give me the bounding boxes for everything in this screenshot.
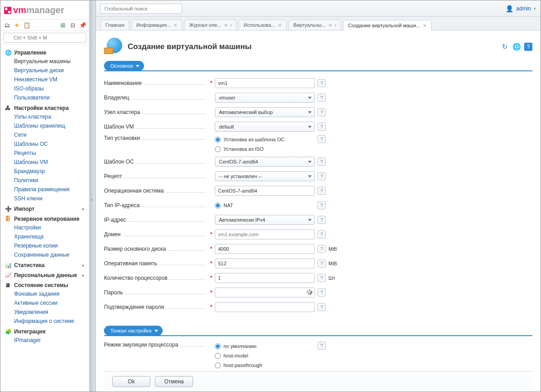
nav-placement[interactable]: Правила размещения [0,185,89,194]
help-icon[interactable]: ? [318,123,326,131]
nav-saved-data[interactable]: Сохраненные данные [0,250,89,259]
select-os-template[interactable]: CentOS-7-amd64 [215,157,315,167]
remove-icon[interactable]: ⊟ [69,21,76,29]
tab-log[interactable]: Журнал опе...✕› [184,20,237,30]
help-icon[interactable]: ? [318,135,326,143]
select-vm-template[interactable]: default [215,122,315,132]
input-password-confirm[interactable] [215,302,315,312]
radio-emu-default[interactable]: по умолчанию [215,342,315,351]
section-system[interactable]: 🖥Состояние системы [0,279,89,289]
section-main-tab[interactable]: Основное [104,61,144,71]
ok-button[interactable]: Ok [112,376,150,387]
help-icon[interactable]: ? [318,201,326,209]
clipboard-icon[interactable]: 📋 [23,21,30,29]
input-ram[interactable] [215,258,315,268]
nav-os-tmpl[interactable]: Шаблоны ОС [0,139,89,149]
radio-ip-nat[interactable]: NAT [215,201,315,210]
tab-usage[interactable]: Использова...✕ [238,20,286,30]
nav-backups[interactable]: Резервные копии [0,241,89,250]
nav-backup-storages[interactable]: Хранилища [0,232,89,241]
nav-vm[interactable]: Виртуальные машины [0,57,89,66]
close-icon[interactable]: ✕ [224,23,228,28]
globe-action-icon[interactable]: 🌐 [512,43,521,51]
tab-home[interactable]: Главная [100,20,129,30]
help-icon[interactable]: ? [318,79,326,87]
sidebar-collapse-handle[interactable] [89,0,96,392]
nav-networks[interactable]: Сети [0,130,89,139]
input-os[interactable] [215,186,315,196]
help-icon[interactable]: ? [318,288,326,297]
input-domain[interactable] [215,229,315,239]
help-icon[interactable]: ? [524,43,532,51]
sidebar-search-input[interactable] [3,33,86,43]
nav-backup-settings[interactable]: Настройки [0,223,89,232]
add-icon[interactable]: ⊞ [59,21,66,29]
nav-ssh[interactable]: SSH ключи [0,194,89,203]
nav-bg-jobs[interactable]: Фоновые задания [0,289,89,298]
section-integration[interactable]: 🧩Интеграция [0,326,89,336]
select-ip-addr[interactable]: Автоматически IPv4 [215,215,315,225]
help-icon[interactable]: ? [318,342,326,350]
help-icon[interactable]: ? [318,108,326,116]
close-icon[interactable]: ✕ [328,23,332,28]
section-management[interactable]: 🌐Управление [0,47,89,57]
global-search-input[interactable] [100,4,182,14]
tab-vms[interactable]: Виртуальны...✕› [288,20,342,30]
nav-sysinfo[interactable]: Информация о системе [0,317,89,326]
nav-iso[interactable]: ISO-образы [0,84,89,93]
help-icon[interactable]: ? [318,94,326,102]
help-icon[interactable]: ? [318,274,326,282]
select-owner[interactable]: vmuser [215,93,315,103]
help-icon[interactable]: ? [318,172,326,180]
help-icon[interactable]: ? [318,303,326,311]
select-node[interactable]: Автоматический выбор [215,107,315,117]
radio-install-iso[interactable]: Установка из ISO [215,144,315,154]
nav-firewall[interactable]: Брандмаузр [0,167,89,176]
section-cluster[interactable]: 🖧Настройки кластера [0,102,89,112]
nav-policies[interactable]: Политики [0,176,89,185]
nav-cluster-nodes[interactable]: Узлы кластера [0,112,89,121]
section-stats[interactable]: 📊Статистика▸ [0,259,89,269]
close-icon[interactable]: ✕ [278,23,282,28]
select-recipe[interactable]: -- не установлен -- [215,171,315,181]
section-backup[interactable]: 🗄Резервное копирование [0,213,89,223]
nav-unknown-vm[interactable]: Неизвестные VM [0,75,89,84]
close-icon[interactable]: ✕ [174,23,177,28]
nav-storage-tmpl[interactable]: Шаблоны хранилищ [0,121,89,130]
help-icon[interactable]: ? [318,245,326,253]
nav-recipes[interactable]: Рецепты [0,149,89,158]
help-icon[interactable]: ? [318,259,326,268]
input-disk[interactable] [215,244,315,254]
refresh-icon[interactable]: ↻ [501,43,509,51]
label-node: Узел кластера [104,109,140,115]
dice-icon[interactable]: 🎲 [306,289,313,295]
help-icon[interactable]: ? [318,158,326,166]
radio-install-template[interactable]: Установка из шаблона ОС [215,135,315,144]
section-import[interactable]: ➕Импорт▸ [0,203,89,213]
backup-icon: 🗄 [5,216,11,222]
input-password[interactable] [215,288,315,298]
nav-sessions[interactable]: Активные сессии [0,298,89,308]
tab-info[interactable]: Информация...✕ [131,20,183,30]
help-icon[interactable]: ? [318,230,326,238]
tree-icon[interactable]: 🗂 [3,21,10,29]
section-fine-tab[interactable]: Тонкая настройка [104,326,163,336]
radio-emu-model[interactable]: host-model [215,351,315,360]
nav-vdisks[interactable]: Виртуальные диски [0,66,89,75]
cancel-button[interactable]: Отмена [155,376,193,387]
help-icon[interactable]: ? [318,216,326,224]
close-icon[interactable]: ✕ [423,23,427,28]
input-cpu[interactable] [215,273,315,283]
user-menu[interactable]: 👤 admin ▾ [506,5,536,12]
help-icon[interactable]: ? [318,187,326,195]
tab-create-vm[interactable]: Создание виртуальной маши...✕ [343,20,432,30]
favorite-icon[interactable]: ★ [13,21,20,29]
section-personal[interactable]: 📈Персональные данные▸ [0,269,89,279]
input-name[interactable] [215,78,315,88]
nav-ipmanager[interactable]: IPmanager [0,336,89,345]
nav-notifications[interactable]: Уведомления [0,308,89,317]
pin-icon[interactable]: 📌 [79,21,86,29]
nav-users[interactable]: Пользователи [0,93,89,102]
nav-vm-tmpl[interactable]: Шаблоны VM [0,158,89,167]
radio-emu-passthrough[interactable]: host-passthrough [215,361,315,370]
